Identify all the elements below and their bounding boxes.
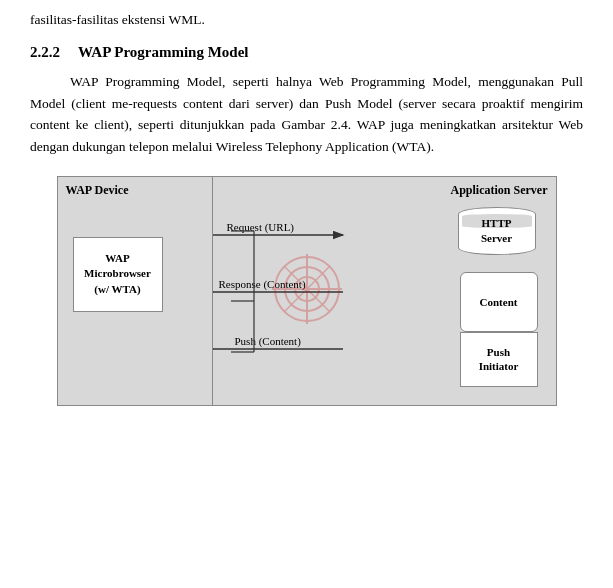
content-label: Content bbox=[480, 296, 518, 308]
wap-device-label: WAP Device bbox=[66, 183, 129, 198]
section-title: WAP Programming Model bbox=[78, 44, 249, 61]
app-server-panel: Application Server HTTPServer Content Pu… bbox=[213, 177, 556, 405]
body-paragraph-1: WAP Programming Model, seperti halnya We… bbox=[30, 71, 583, 157]
content-area: INSTITUT BISNIS & INFORMATIKA STIKOM SUR… bbox=[30, 71, 583, 405]
push-initiator-label: PushInitiator bbox=[479, 345, 519, 374]
wap-microbrowser-box: WAPMicrobrowser(w/ WTA) bbox=[73, 237, 163, 312]
microbrowser-label: WAPMicrobrowser(w/ WTA) bbox=[84, 251, 151, 297]
app-server-label: Application Server bbox=[451, 183, 548, 198]
diagram: WAP Device WAPMicrobrowser(w/ WTA) bbox=[57, 176, 557, 406]
content-box: Content bbox=[460, 272, 538, 332]
section-heading: 2.2.2 WAP Programming Model bbox=[30, 44, 583, 61]
push-initiator-box: PushInitiator bbox=[460, 332, 538, 387]
http-server-label: HTTPServer bbox=[481, 216, 512, 245]
top-text: fasilitas-fasilitas ekstensi WML. bbox=[30, 10, 583, 30]
http-server-box: HTTPServer bbox=[458, 207, 536, 255]
diagram-container: WAP Device WAPMicrobrowser(w/ WTA) bbox=[30, 176, 583, 406]
wap-device-panel: WAP Device WAPMicrobrowser(w/ WTA) bbox=[58, 177, 213, 405]
section-number: 2.2.2 bbox=[30, 44, 60, 61]
